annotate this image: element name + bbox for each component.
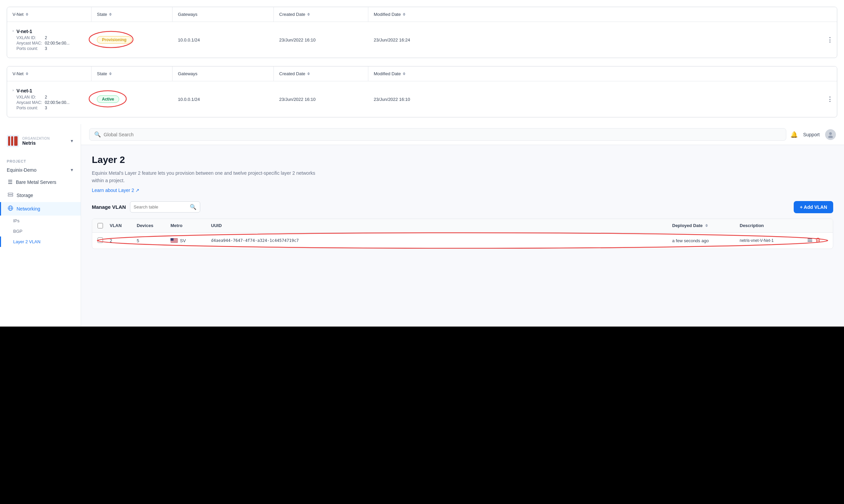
- deployed-sort-icon: [705, 224, 708, 227]
- vlan-table: VLAN Devices Metro UUID Deployed Date: [92, 219, 833, 249]
- vnet-sort-icon-2: [26, 72, 28, 75]
- sidebar-sub-item-ips[interactable]: IPs: [0, 216, 81, 226]
- svg-rect-3: [8, 136, 10, 146]
- svg-rect-20: [171, 242, 178, 242]
- vnet-sort-icon: [26, 13, 28, 16]
- modified-sort-icon: [403, 13, 405, 16]
- sidebar-item-networking[interactable]: Networking: [0, 202, 81, 216]
- expand-button-2[interactable]: ›: [13, 88, 14, 92]
- networking-icon: [8, 205, 13, 212]
- global-search-box[interactable]: 🔍: [89, 128, 786, 141]
- state-badge-active: Active: [97, 95, 119, 103]
- vlan-table-row: 2 5: [92, 233, 833, 249]
- learn-more-text: Learn about Layer 2: [92, 187, 134, 193]
- expand-button-1[interactable]: ›: [13, 29, 14, 33]
- table-row-2: › V-net-1 VXLAN ID: 2 Anycast MAC: 02:00…: [7, 81, 837, 117]
- org-dropdown-icon[interactable]: ▼: [70, 139, 74, 143]
- row-checkbox[interactable]: [98, 237, 103, 243]
- support-label: Support: [803, 132, 820, 137]
- sidebar-item-bare-metal[interactable]: ☰ Bare Metal Servers: [0, 176, 81, 188]
- table-header-2: V-Net State Gateways Created Date Modifi…: [7, 67, 837, 81]
- vlan-td-actions: [807, 237, 827, 244]
- vlan-td-deployed: a few seconds ago: [672, 238, 740, 243]
- global-search-input[interactable]: [104, 132, 781, 137]
- search-table-icon: 🔍: [190, 204, 196, 210]
- bare-metal-icon: ☰: [8, 179, 13, 185]
- gateways-cell-2: 10.0.0.1/24: [173, 95, 274, 104]
- sidebar-item-networking-label: Networking: [17, 206, 40, 212]
- row-edit-icon-button[interactable]: [807, 237, 813, 244]
- project-selector[interactable]: Equinix-Demo ▼: [0, 165, 81, 176]
- header-right: 🔔 Support: [790, 129, 836, 140]
- row-delete-icon-button[interactable]: [815, 237, 821, 244]
- svg-point-11: [829, 132, 832, 135]
- vlan-td-metro: SV: [171, 238, 211, 243]
- org-info: ORGANIZATION Netris: [22, 137, 67, 146]
- th-vnet-1[interactable]: V-Net: [7, 7, 91, 22]
- notification-bell-button[interactable]: 🔔: [790, 131, 798, 138]
- created-cell-1: 23/Jun/2022 16:10: [274, 35, 368, 44]
- th-modified-1[interactable]: Modified Date: [368, 7, 837, 22]
- svg-rect-5: [14, 136, 18, 146]
- th-state-1[interactable]: State: [91, 7, 173, 22]
- modified-cell-1: 23/Jun/2022 16:24: [368, 35, 823, 44]
- vlan-th-metro: Metro: [171, 223, 211, 228]
- svg-rect-4: [11, 136, 13, 146]
- th-state-2[interactable]: State: [91, 67, 173, 81]
- state-sort-icon-2: [109, 72, 112, 75]
- table-row: › V-net-1 VXLAN ID: 2 Anycast MAC: 02:00…: [7, 22, 837, 58]
- state-cell-1: Provisioning: [91, 35, 173, 45]
- org-name: Netris: [22, 140, 67, 146]
- select-all-checkbox[interactable]: [98, 223, 103, 228]
- vlan-table-header: VLAN Devices Metro UUID Deployed Date: [92, 219, 833, 233]
- vlan-td-check: [98, 237, 110, 244]
- th-created-2[interactable]: Created Date: [274, 67, 368, 81]
- th-gateways-label: Gateways: [178, 12, 197, 17]
- support-button[interactable]: Support: [803, 132, 820, 137]
- row-actions-button-2[interactable]: ⋮: [827, 95, 833, 103]
- sidebar-sub-item-layer2-vlan[interactable]: Layer 2 VLAN: [0, 236, 81, 247]
- sidebar-item-storage-label: Storage: [17, 193, 33, 198]
- th-vnet-2[interactable]: V-Net: [7, 67, 91, 81]
- project-name: Equinix-Demo: [7, 167, 36, 173]
- sidebar-item-storage[interactable]: Storage: [0, 188, 81, 202]
- user-avatar[interactable]: [825, 129, 836, 140]
- th-created-1[interactable]: Created Date: [274, 7, 368, 22]
- row-actions-1: ⋮: [823, 35, 837, 45]
- main-content: 🔍 🔔 Support Layer 2 Equinix Metal's Laye…: [81, 124, 844, 327]
- state-badge-provisioning: Provisioning: [97, 36, 132, 43]
- page-content: Layer 2 Equinix Metal's Layer 2 feature …: [81, 145, 844, 258]
- th-modified-label-2: Modified Date: [374, 71, 401, 76]
- svg-rect-18: [171, 241, 178, 241]
- page-description: Equinix Metal's Layer 2 feature lets you…: [92, 169, 321, 184]
- row-actions-2: ⋮: [823, 94, 837, 104]
- table-header-1: V-Net State Gateways Created Date Modifi…: [7, 7, 837, 22]
- vnet-table-active: V-Net State Gateways Created Date Modifi…: [7, 66, 837, 118]
- svg-rect-21: [171, 238, 174, 241]
- add-vlan-label: + Add VLAN: [800, 204, 827, 210]
- vlan-th-deployed[interactable]: Deployed Date: [672, 223, 740, 228]
- row-actions-button-1[interactable]: ⋮: [827, 36, 833, 43]
- sidebar-sub-item-bgp[interactable]: BGP: [0, 226, 81, 236]
- search-table-box[interactable]: 🔍: [130, 201, 200, 213]
- page-title: Layer 2: [92, 155, 833, 165]
- th-modified-2[interactable]: Modified Date: [368, 67, 837, 81]
- th-gateways-1: Gateways: [173, 7, 274, 22]
- svg-rect-22: [808, 238, 812, 239]
- th-created-label-2: Created Date: [279, 71, 305, 76]
- vlan-th-devices: Devices: [137, 223, 171, 228]
- project-section-label: PROJECT: [0, 157, 81, 165]
- svg-rect-6: [8, 193, 13, 194]
- svg-rect-7: [8, 195, 13, 196]
- vnet-meta-1: VXLAN ID: 2 Anycast MAC: 02:00:5e:00... …: [17, 35, 70, 51]
- vnet-name-1: V-net-1: [17, 29, 70, 34]
- search-table-input[interactable]: [134, 204, 188, 210]
- external-link-icon: ↗: [135, 187, 139, 193]
- add-vlan-button[interactable]: + Add VLAN: [794, 201, 833, 213]
- created-sort-icon-2: [307, 72, 310, 75]
- learn-more-link[interactable]: Learn about Layer 2 ↗: [92, 187, 139, 193]
- th-modified-label: Modified Date: [374, 12, 401, 17]
- manage-vlan-label: Manage VLAN: [92, 204, 126, 210]
- th-gateways-label-2: Gateways: [178, 71, 197, 76]
- search-icon: 🔍: [94, 131, 101, 138]
